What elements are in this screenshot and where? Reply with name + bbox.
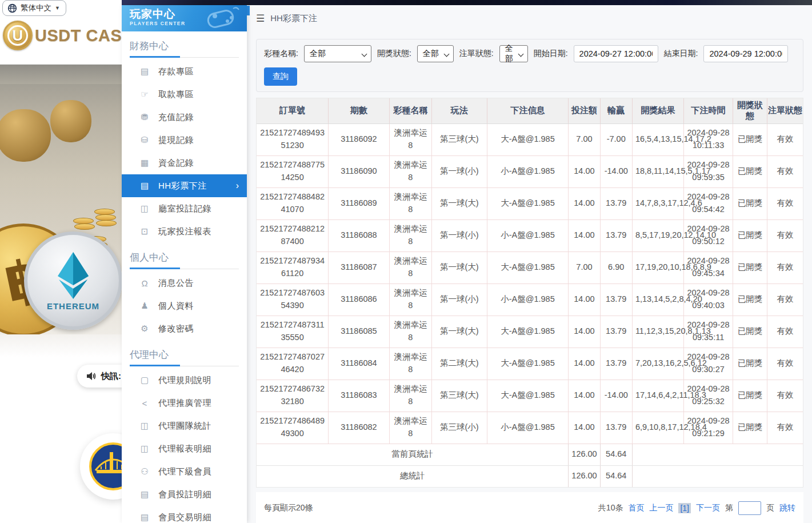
filter-panel: 彩種名稱: 全部 開獎狀態: 全部 注單狀態: 全部 開始日期: 結束日期: bbox=[256, 39, 803, 92]
sidebar-item[interactable]: ◫ 代理報表明細 › bbox=[122, 437, 247, 460]
prev-page-link[interactable]: 上一页 bbox=[649, 503, 673, 513]
next-page-link[interactable]: 下一页 bbox=[696, 503, 720, 513]
page-jump-input[interactable] bbox=[738, 501, 761, 515]
sidebar-item[interactable]: Ω 消息公告 › bbox=[122, 272, 247, 294]
chevron-right-icon: › bbox=[236, 181, 239, 191]
start-date-input[interactable] bbox=[574, 45, 658, 62]
cell-order-status: 有效 bbox=[767, 123, 803, 155]
cell-order-id: 2152172748793461120 bbox=[257, 251, 329, 284]
jump-action-link[interactable]: 跳转 bbox=[779, 503, 795, 513]
cell-order-id: 2152172748731135550 bbox=[257, 316, 329, 348]
draw-status-select[interactable]: 全部 bbox=[417, 45, 454, 62]
cell-draw-result: 8,5,17,19,20,12,14,10 bbox=[632, 219, 683, 251]
cell-win-loss: 13.79 bbox=[600, 412, 632, 444]
site-left-column: 繁体中文 ▼ U USDT CASINO ฿ bbox=[0, 0, 122, 523]
column-header: 彩種名稱 bbox=[389, 98, 431, 123]
cell-bet-amount: 7.00 bbox=[569, 123, 600, 155]
language-selector[interactable]: 繁体中文 ▼ bbox=[2, 0, 66, 16]
coin-stack-decor bbox=[96, 220, 117, 226]
summary-bet-total: 126.00 bbox=[569, 465, 600, 487]
share-icon: < bbox=[138, 398, 151, 408]
order-status-value: 全部 bbox=[505, 43, 515, 64]
cell-draw-status: 已開獎 bbox=[733, 219, 767, 251]
sidebar-item[interactable]: ⚙ 修改密碼 › bbox=[122, 317, 247, 340]
sidebar-item-label: 資金記錄 bbox=[158, 158, 194, 169]
summary-empty bbox=[632, 465, 803, 487]
sidebar-item[interactable]: < 代理推廣管理 › bbox=[122, 392, 247, 414]
sidebar-item[interactable]: ◫ 廳室投註記錄 › bbox=[122, 197, 247, 220]
cell-draw-result: 16,5,4,13,15,14,17,2 bbox=[632, 123, 683, 155]
sidebar-item-label: 代理推廣管理 bbox=[158, 398, 211, 409]
column-header: 注單狀態 bbox=[767, 98, 803, 123]
sidebar-item[interactable]: ▤ 會員投註明細 › bbox=[122, 483, 247, 506]
cell-win-loss: 13.79 bbox=[600, 219, 632, 251]
cell-bet-amount: 7.00 bbox=[569, 251, 600, 284]
sidebar-item[interactable]: ▤ 存款專區 › bbox=[122, 60, 247, 83]
draw-status-label: 開獎狀態: bbox=[377, 49, 411, 59]
news-ticker-label: 快訊: bbox=[101, 371, 121, 382]
column-header: 訂單號 bbox=[257, 98, 329, 123]
search-button[interactable]: 查詢 bbox=[264, 67, 297, 86]
cell-period: 31186088 bbox=[329, 219, 390, 251]
app-root: 繁体中文 ▼ U USDT CASINO ฿ bbox=[0, 0, 812, 523]
sidebar-item[interactable]: ▢ 代理規則說明 › bbox=[122, 369, 247, 392]
language-label: 繁体中文 bbox=[21, 3, 51, 13]
summary-row: 當前頁統計 126.00 54.64 bbox=[257, 444, 803, 465]
sidebar-item[interactable]: ♟ 個人資料 › bbox=[122, 294, 247, 317]
column-header: 開獎結果 bbox=[632, 98, 683, 123]
sidebar-item[interactable]: ☞ 取款專區 › bbox=[122, 83, 247, 106]
sidebar-item[interactable]: ⛃ 充值記錄 › bbox=[122, 106, 247, 129]
cell-bet-info: 小-A盤@1.985 bbox=[487, 219, 569, 251]
cell-play-type: 第一球(小) bbox=[432, 155, 487, 187]
sidebar-item-label: 玩家投注報表 bbox=[158, 226, 211, 237]
order-status-select[interactable]: 全部 bbox=[499, 45, 528, 62]
sidebar-item[interactable]: ▦ 資金記錄 › bbox=[122, 151, 247, 174]
cell-period: 31186092 bbox=[329, 123, 390, 155]
caret-down-icon bbox=[361, 51, 367, 57]
brand-coin-icon: U bbox=[3, 21, 33, 50]
promo-photo: ฿ ETHEREUM bbox=[0, 65, 122, 334]
sidebar-item[interactable]: ⊡ 玩家投注報表 › bbox=[122, 220, 247, 243]
ethereum-coin-decor: ETHEREUM bbox=[24, 231, 122, 330]
cell-lottery-name: 澳洲幸运8 bbox=[389, 348, 431, 380]
cell-win-loss: 13.79 bbox=[600, 348, 632, 380]
players-center-panel: 玩家中心 PLAYERS CENTER 財務中心 ▤ 存款專區 › bbox=[122, 5, 247, 523]
summary-empty bbox=[632, 444, 803, 465]
column-header: 開獎狀態 bbox=[733, 98, 767, 123]
news-ticker[interactable]: 快訊: bbox=[77, 365, 122, 388]
lottery-name-select[interactable]: 全部 bbox=[304, 45, 371, 62]
column-header: 投注額 bbox=[569, 98, 600, 123]
column-header: 玩法 bbox=[432, 98, 487, 123]
bet-records-table-card: 訂單號期數彩種名稱玩法下注信息投注額輸贏開獎結果下注時間開獎狀態注單狀態 215… bbox=[256, 98, 803, 488]
sidebar-item[interactable]: ◫ 代理團隊統計 › bbox=[122, 414, 247, 437]
cell-play-type: 第二球(大) bbox=[432, 348, 487, 380]
bridge-logo-icon bbox=[89, 442, 122, 491]
first-page-link[interactable]: 首页 bbox=[628, 503, 644, 513]
section-title-personal: 個人中心 bbox=[130, 251, 239, 264]
jump-suffix-text: 页 bbox=[766, 503, 774, 513]
site-header: 繁体中文 ▼ U USDT CASINO bbox=[0, 0, 122, 65]
bell-icon: Ω bbox=[138, 278, 151, 288]
brand-coin-letter: U bbox=[7, 25, 28, 46]
cell-order-id: 2152172748673232180 bbox=[257, 380, 329, 412]
hamburger-menu-icon[interactable]: ☰ bbox=[256, 13, 265, 25]
current-page-indicator[interactable]: [1] bbox=[678, 503, 691, 513]
cell-draw-status: 已開獎 bbox=[733, 380, 767, 412]
cell-win-loss: -14.00 bbox=[600, 155, 632, 187]
cell-order-status: 有效 bbox=[767, 219, 803, 251]
sidebar-item[interactable]: ▤ 會員交易明細 › bbox=[122, 506, 247, 523]
money-bag-decor bbox=[0, 109, 51, 162]
cell-bet-amount: 14.00 bbox=[569, 348, 600, 380]
end-date-input[interactable] bbox=[703, 45, 788, 62]
sidebar-item[interactable]: ⚇ 代理下級會員 › bbox=[122, 460, 247, 483]
table-row: 2152172748648949300 31186082 澳洲幸运8 第三球(小… bbox=[257, 412, 803, 444]
column-header: 期數 bbox=[329, 98, 390, 123]
sidebar-item-label: 代理規則說明 bbox=[158, 375, 211, 386]
cell-bet-info: 大-A盤@1.985 bbox=[487, 380, 569, 412]
subordinate-members-icon: ⚇ bbox=[138, 466, 151, 477]
sidebar-item[interactable]: ▤ HH彩票下注 › bbox=[122, 174, 247, 197]
sidebar-item[interactable]: ⛁ 提現記錄 › bbox=[122, 129, 247, 151]
cell-bet-amount: 14.00 bbox=[569, 380, 600, 412]
summary-label: 當前頁統計 bbox=[257, 444, 569, 465]
panel-header: 玩家中心 PLAYERS CENTER bbox=[122, 5, 247, 31]
